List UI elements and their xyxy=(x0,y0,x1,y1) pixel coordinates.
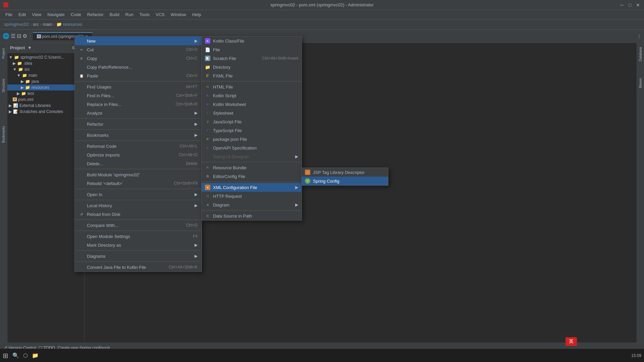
sec-menu-kotlin-script[interactable]: K Kotlin Script xyxy=(202,91,302,100)
breadcrumb-resources[interactable]: 📁 resources xyxy=(56,22,82,27)
new-icon xyxy=(79,38,84,44)
menu-item-rebuild[interactable]: Rebuild '<default>' Ctrl+Shift+F9 xyxy=(75,179,202,188)
menu-item-compare[interactable]: Compare With... Ctrl+D xyxy=(75,221,202,230)
sec-sep-2 xyxy=(202,162,302,162)
tree-item-test[interactable]: ▶ 📁 test xyxy=(7,90,84,97)
tree-item-ext-libs[interactable]: ▶ 📊 External Libraries xyxy=(7,103,84,109)
replace-icon xyxy=(79,102,84,107)
sec-menu-kotlin-worksheet[interactable]: K Kotlin Worksheet xyxy=(202,100,302,109)
toolbar-collapse-icon[interactable]: ⊟ xyxy=(17,33,21,39)
toolbar-settings-icon[interactable]: ⚙ xyxy=(22,33,27,39)
tree-item-project[interactable]: ▼ 📁 springmvc02 C:\Users\... xyxy=(7,54,84,60)
sec-menu-resource-bundle[interactable]: R Resource Bundle xyxy=(202,163,302,172)
menu-navigate[interactable]: Navigate xyxy=(45,11,67,18)
menu-help[interactable]: Help xyxy=(190,11,204,18)
sec-menu-kotlin-class[interactable]: K Kotlin Class/File xyxy=(202,37,302,45)
menu-item-diagrams[interactable]: Diagrams ▶ xyxy=(75,252,202,260)
tab-project[interactable]: Project xyxy=(0,46,7,61)
sec-menu-http[interactable]: H HTTP Request xyxy=(202,192,302,200)
menu-item-open-module-settings[interactable]: Open Module Settings F4 xyxy=(75,232,202,241)
right-tab-database[interactable]: Database xyxy=(637,44,644,64)
project-dropdown-icon[interactable]: ▼ xyxy=(28,45,32,50)
directory-icon: 📁 xyxy=(205,64,210,70)
local-history-icon xyxy=(79,203,84,208)
menu-copy-label: Copy xyxy=(87,56,97,61)
sec-menu-html[interactable]: H HTML File xyxy=(202,82,302,91)
sec-menu-diagram[interactable]: ◈ Diagram ▶ xyxy=(202,200,302,209)
sec-menu-ts[interactable]: T TypeScript File xyxy=(202,126,302,135)
reload-icon: ↺ xyxy=(79,212,84,217)
menu-item-analyze[interactable]: Analyze ▶ xyxy=(75,109,202,117)
file-icon: 📄 xyxy=(205,47,210,52)
menu-item-local-history[interactable]: Local History ▶ xyxy=(75,201,202,210)
tab-bookmarks[interactable]: Bookmarks xyxy=(0,123,7,145)
toolbar-more-icon[interactable]: ⋮ xyxy=(637,34,641,39)
menu-code[interactable]: Code xyxy=(68,11,84,18)
menu-item-new[interactable]: New ▶ xyxy=(75,37,202,45)
project-label: Project xyxy=(10,45,25,50)
menu-item-copy[interactable]: ⎘ Copy Ctrl+C xyxy=(75,54,202,63)
menu-build[interactable]: Build xyxy=(107,11,122,18)
menu-item-find-in-files[interactable]: Find in Files... Ctrl+Shift+F xyxy=(75,91,202,100)
breadcrumb-main[interactable]: main xyxy=(43,22,52,27)
tree-item-idea[interactable]: ▶ 📁 .idea xyxy=(7,60,84,66)
paste-shortcut: Ctrl+V xyxy=(186,73,198,78)
sec-menu-js[interactable]: J JavaScript File xyxy=(202,117,302,126)
sec-menu-pkg-json[interactable]: P package.json File xyxy=(202,135,302,143)
sec-menu-file[interactable]: 📄 File xyxy=(202,45,302,54)
sec-menu-stylesheet[interactable]: C Stylesheet xyxy=(202,109,302,117)
menu-item-open-in[interactable]: Open In ▶ xyxy=(75,190,202,199)
menu-item-paste[interactable]: 📋 Paste Ctrl+V xyxy=(75,71,202,80)
close-button[interactable]: ✕ xyxy=(635,2,641,8)
toolbar-globe-icon[interactable]: 🌐 xyxy=(3,33,9,39)
menu-vcs[interactable]: VCS xyxy=(153,11,167,18)
breadcrumb-project[interactable]: springmvc02 xyxy=(4,22,29,27)
menu-refactor[interactable]: Refactor xyxy=(85,11,106,18)
menu-cut-label: Cut xyxy=(87,47,94,52)
menu-item-reload[interactable]: ↺ Reload from Disk xyxy=(75,210,202,219)
menu-tools[interactable]: Tools xyxy=(137,11,152,18)
start-button[interactable]: ⊞ xyxy=(3,352,8,360)
tree-item-src[interactable]: ▼ 📁 src xyxy=(7,66,84,72)
menu-file[interactable]: File xyxy=(3,11,15,18)
menu-item-replace-in-files[interactable]: Replace in Files... Ctrl+Shift+R xyxy=(75,100,202,109)
menu-item-copy-path[interactable]: Copy Path/Reference... xyxy=(75,63,202,71)
tree-item-scratches[interactable]: ▶ 📝 Scratches and Consoles xyxy=(7,109,84,115)
maximize-button[interactable]: □ xyxy=(627,2,633,8)
tab-structure[interactable]: Structure xyxy=(0,76,7,95)
menu-item-delete[interactable]: Delete... Delete xyxy=(75,159,202,168)
sec-menu-scratch[interactable]: 📝 Scratch File Ctrl+Alt+Shift+Insert xyxy=(202,54,302,63)
sec-menu-editorconfig[interactable]: ⚙ EditorConfig File xyxy=(202,172,302,181)
menu-item-mark-dir[interactable]: Mark Directory as ▶ xyxy=(75,241,202,249)
menu-item-cut[interactable]: ✂ Cut Ctrl+X xyxy=(75,45,202,54)
menu-item-reformat[interactable]: Reformat Code Ctrl+Alt+L xyxy=(75,142,202,150)
menu-item-find-usages[interactable]: Find Usages Alt+F7 xyxy=(75,82,202,91)
tert-menu-jsp[interactable]: J JSP Tag Library Descriptor xyxy=(302,168,388,177)
menu-window[interactable]: Window xyxy=(168,11,189,18)
tree-item-pomxml[interactable]: 🅼 pom.xml xyxy=(7,97,84,103)
tree-item-resources[interactable]: ▶ 📁 resources xyxy=(7,84,84,90)
menu-view[interactable]: View xyxy=(29,11,44,18)
menu-item-refactor[interactable]: Refactor ▶ xyxy=(75,120,202,128)
menu-item-convert-java[interactable]: Convert Java File to Kotlin File Ctrl+Al… xyxy=(75,263,202,272)
right-tab-maven[interactable]: Maven xyxy=(637,75,644,91)
tree-item-java[interactable]: ▶ 📁 java xyxy=(7,78,84,84)
menu-item-optimize-imports[interactable]: Optimize Imports Ctrl+Alt+O xyxy=(75,150,202,159)
tree-item-main[interactable]: ▼ 📁 main xyxy=(7,72,84,78)
task-view-button[interactable]: ⬡ xyxy=(23,352,28,359)
toolbar-list-icon[interactable]: ☰ xyxy=(11,33,15,39)
sec-menu-data-source[interactable]: ⊞ Data Source in Path xyxy=(202,212,302,220)
sec-menu-xml-config[interactable]: X XML Configuration File ▶ xyxy=(202,183,302,192)
minimize-button[interactable]: ─ xyxy=(619,2,625,8)
menu-run[interactable]: Run xyxy=(123,11,136,18)
file-explorer-button[interactable]: 📁 xyxy=(32,352,39,359)
sec-menu-openapi[interactable]: ✓ OpenAPI Specification xyxy=(202,143,302,152)
search-button[interactable]: 🔍 xyxy=(12,352,19,359)
breadcrumb-src[interactable]: src xyxy=(33,22,39,27)
menu-item-build-module[interactable]: Build Module 'springmvc02' xyxy=(75,170,202,179)
menu-item-bookmarks[interactable]: Bookmarks ▶ xyxy=(75,131,202,139)
sec-menu-directory[interactable]: 📁 Directory xyxy=(202,63,302,71)
sec-menu-fxml[interactable]: F FXML File xyxy=(202,71,302,80)
menu-edit[interactable]: Edit xyxy=(16,11,29,18)
tert-menu-spring-config[interactable]: 🌱 Spring Config xyxy=(302,177,388,185)
